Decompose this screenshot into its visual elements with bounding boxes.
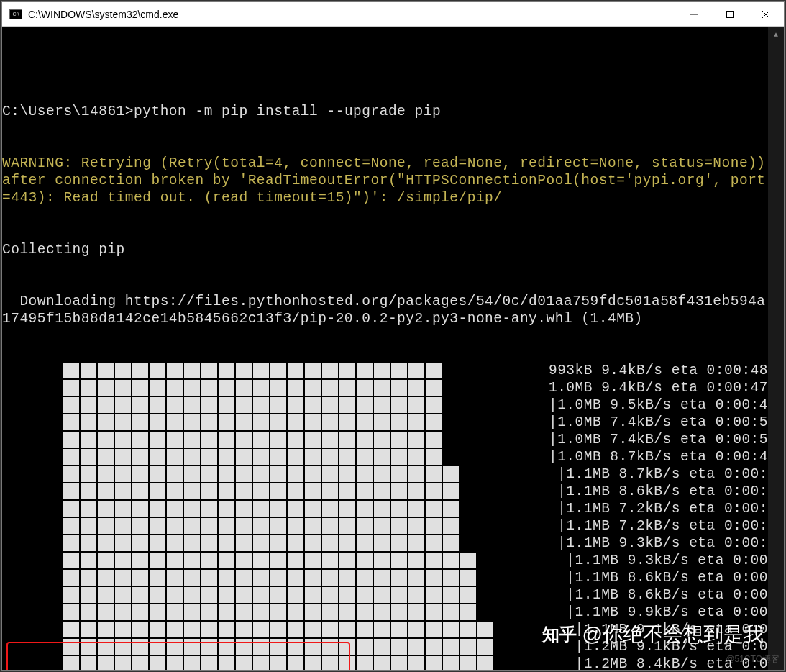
progress-status: 1.0MB 9.4kB/s eta 0:00:47 xyxy=(549,379,768,396)
terminal-output: C:\Users\14861>python -m pip install --u… xyxy=(2,27,768,670)
progress-row: | 1.0MB 7.4kB/s eta 0:00:5 xyxy=(2,414,768,431)
progress-row: 993kB 9.4kB/s eta 0:00:48 xyxy=(2,362,768,379)
close-button[interactable] xyxy=(748,2,784,27)
cmd-window: C:\WINDOWS\system32\cmd.exe C:\Users\148… xyxy=(1,1,785,671)
maximize-button[interactable] xyxy=(712,2,748,27)
watermark: 知乎 @你绝不会想到是我 xyxy=(542,621,764,648)
progress-row: | 1.1MB 7.2kB/s eta 0:00: xyxy=(2,517,768,535)
progress-row: | 1.0MB 7.4kB/s eta 0:00:5 xyxy=(2,431,768,448)
progress-status: 1.1MB 7.2kB/s eta 0:00: xyxy=(566,517,768,535)
warning-line: WARNING: Retrying (Retry(total=4, connec… xyxy=(2,155,768,206)
progress-row: | 1.1MB 9.9kB/s eta 0:00 xyxy=(2,604,768,621)
scrollbar[interactable]: ▲ xyxy=(768,27,784,670)
minimize-button[interactable] xyxy=(676,2,712,27)
progress-status: 1.0MB 8.7kB/s eta 0:00:4 xyxy=(557,448,768,466)
progress-row: | 1.2MB 8.4kB/s eta 0:0 xyxy=(2,655,768,670)
progress-row: | 1.1MB 9.3kB/s eta 0:00 xyxy=(2,552,768,569)
progress-row: | 1.1MB 9.3kB/s eta 0:00: xyxy=(2,535,768,552)
zhihu-brand: 知乎 xyxy=(542,623,577,646)
downloading-line: Downloading https://files.pythonhosted.o… xyxy=(2,293,768,327)
progress-row: | 1.0MB 8.7kB/s eta 0:00:4 xyxy=(2,448,768,466)
progress-row: | 1.1MB 8.6kB/s eta 0:00 xyxy=(2,569,768,586)
watermark-text: @你绝不会想到是我 xyxy=(582,621,764,648)
secondary-watermark: @51CTO博客 xyxy=(726,653,780,666)
progress-status: 1.1MB 9.3kB/s eta 0:00 xyxy=(575,552,768,569)
progress-status: 1.0MB 9.5kB/s eta 0:00:4 xyxy=(557,396,768,414)
progress-row: | 1.0MB 9.5kB/s eta 0:00:4 xyxy=(2,396,768,414)
progress-status: 1.1MB 8.6kB/s eta 0:00: xyxy=(566,483,768,500)
title-bar[interactable]: C:\WINDOWS\system32\cmd.exe xyxy=(2,2,784,27)
progress-row: 1.0MB 9.4kB/s eta 0:00:47 xyxy=(2,379,768,396)
svg-rect-1 xyxy=(727,11,734,17)
progress-status: 1.1MB 9.3kB/s eta 0:00: xyxy=(566,535,768,552)
progress-status: 1.0MB 7.4kB/s eta 0:00:5 xyxy=(557,414,768,431)
progress-row: | 1.1MB 8.6kB/s eta 0:00 xyxy=(2,586,768,604)
command: python -m pip install --upgrade pip xyxy=(134,104,441,119)
progress-row: | 1.1MB 7.2kB/s eta 0:00: xyxy=(2,500,768,517)
prompt: C:\Users\14861> xyxy=(2,104,134,119)
progress-row: | 1.1MB 8.7kB/s eta 0:00: xyxy=(2,466,768,483)
progress-row: | 1.1MB 8.6kB/s eta 0:00: xyxy=(2,483,768,500)
collecting-line: Collecting pip xyxy=(2,241,768,258)
progress-status: 1.1MB 8.6kB/s eta 0:00 xyxy=(575,569,768,586)
terminal-area[interactable]: C:\Users\14861>python -m pip install --u… xyxy=(2,27,784,670)
cmd-icon xyxy=(9,9,22,19)
progress-status: 1.1MB 7.2kB/s eta 0:00: xyxy=(566,500,768,517)
progress-status: 993kB 9.4kB/s eta 0:00:48 xyxy=(549,362,768,379)
scroll-up-icon[interactable]: ▲ xyxy=(768,27,784,42)
progress-status: 1.1MB 9.9kB/s eta 0:00 xyxy=(575,604,768,621)
progress-status: 1.0MB 7.4kB/s eta 0:00:5 xyxy=(557,431,768,448)
window-title: C:\WINDOWS\system32\cmd.exe xyxy=(28,9,676,20)
progress-status: 1.1MB 8.6kB/s eta 0:00 xyxy=(575,586,768,604)
progress-status: 1.1MB 8.7kB/s eta 0:00: xyxy=(566,466,768,483)
